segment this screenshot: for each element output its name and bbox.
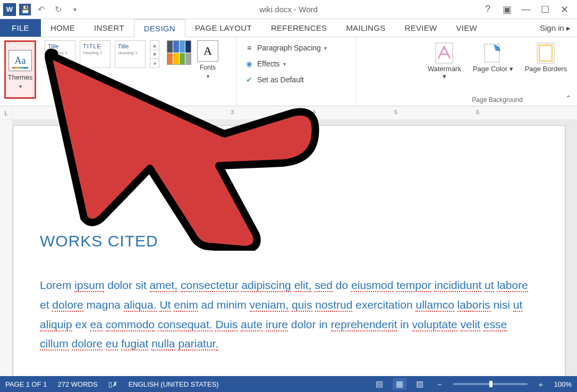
help-button[interactable]: ? [480,2,495,17]
quick-access-toolbar: W 💾 ↶ ↻ ▾ [0,3,82,16]
paragraph-spacing-button[interactable]: ≡ Paragraph Spacing ▾ [241,41,352,54]
window-title: wiki.docx - Word [259,5,318,14]
word-app-icon: W [3,3,16,16]
language-indicator[interactable]: ENGLISH (UNITED STATES) [129,380,219,388]
tab-home[interactable]: HOME [41,19,84,37]
zoom-level[interactable]: 100% [554,380,572,388]
gallery-up-icon[interactable]: ▲ [150,41,159,50]
spellcheck-indicator[interactable]: ▯✗ [108,380,118,388]
effects-button[interactable]: ◉ Effects ▾ [241,57,352,70]
document-heading[interactable]: WORKS CITED [40,232,538,250]
style-set-thumb[interactable]: TITLE Heading 1 [80,40,111,68]
page-color-icon [482,42,504,64]
page-indicator[interactable]: PAGE 1 OF 1 [5,380,47,388]
checkmark-icon: ✔ [244,75,254,84]
set-as-default-button[interactable]: ✔ Set as Default [241,73,352,86]
watermark-button[interactable]: Watermark▾ [426,40,463,83]
word-count[interactable]: 272 WORDS [58,380,98,388]
themes-dropdown-caret: ▾ [19,83,22,89]
style-set-thumb[interactable]: Title Heading 1 [115,40,146,68]
themes-button[interactable]: Aa Themes ▾ [4,40,36,99]
tab-insert[interactable]: INSERT [84,19,134,37]
dropdown-caret-icon: ▾ [324,45,327,51]
document-page[interactable]: WORKS CITED Lorem ipsum dolor sit amet, … [13,125,565,376]
tab-mailings[interactable]: MAILINGS [336,19,395,37]
page-background-group-label: Page Background [422,95,573,104]
qat-customize-button[interactable]: ▾ [68,3,82,16]
colors-button[interactable] [167,40,191,65]
tab-page-layout[interactable]: PAGE LAYOUT [185,19,261,37]
ribbon-display-options-button[interactable]: ▣ [499,2,514,17]
undo-button[interactable]: ↶ [34,3,48,16]
page-color-button[interactable]: Page Color ▾ [471,40,515,75]
sign-in-link[interactable]: Sign in ▸ [533,19,577,37]
zoom-out-button[interactable]: − [433,378,447,390]
gallery-more-icon[interactable]: ▾ [150,59,159,67]
dropdown-caret-icon: ▾ [283,61,286,67]
horizontal-ruler[interactable]: L 3 4 5 6 [0,106,577,120]
zoom-slider[interactable] [453,383,528,385]
fonts-icon: A [197,40,218,62]
tab-selector[interactable]: L [0,106,13,120]
gallery-down-icon[interactable]: ▼ [150,50,159,59]
save-button[interactable]: 💾 [19,4,31,15]
fonts-button[interactable]: A Fonts ▾ [196,40,220,79]
status-bar: PAGE 1 OF 1 272 WORDS ▯✗ ENGLISH (UNITED… [0,376,577,392]
style-set-thumb[interactable]: Title Heading 1 [45,40,75,68]
tab-review[interactable]: REVIEW [395,19,447,37]
zoom-in-button[interactable]: + [534,378,548,390]
themes-label: Themes [8,73,33,81]
web-layout-button[interactable]: ▨ [413,378,427,390]
proof-icon: ▯✗ [108,380,118,388]
title-bar: W 💾 ↶ ↻ ▾ wiki.docx - Word ? ▣ — ☐ ✕ [0,0,577,19]
redo-button[interactable]: ↻ [51,3,65,16]
ribbon: Aa Themes ▾ Title Heading 1 TITLE Headin… [0,37,577,106]
tab-file[interactable]: FILE [0,19,41,37]
paragraph-spacing-icon: ≡ [244,43,254,53]
effects-icon: ◉ [244,59,254,69]
tab-view[interactable]: VIEW [447,19,487,37]
watermark-icon [434,42,455,64]
print-layout-button[interactable]: ▦ [393,378,406,390]
ribbon-tabs: FILE HOME INSERT DESIGN PAGE LAYOUT REFE… [0,19,577,37]
document-workspace: WORKS CITED Lorem ipsum dolor sit amet, … [0,120,577,376]
tab-references[interactable]: REFERENCES [261,19,337,37]
close-button[interactable]: ✕ [557,2,572,17]
collapse-ribbon-button[interactable]: ⌃ [565,94,572,103]
read-mode-button[interactable]: ▤ [372,378,386,390]
page-borders-icon [535,42,556,64]
tab-design[interactable]: DESIGN [134,19,185,37]
minimize-button[interactable]: — [519,2,533,17]
document-body-text[interactable]: Lorem ipsum dolor sit amet, consectetur … [40,276,538,354]
themes-icon: Aa [9,50,32,71]
maximize-button[interactable]: ☐ [538,2,553,17]
style-gallery-spinner[interactable]: ▲ ▼ ▾ [150,40,159,68]
page-borders-button[interactable]: Page Borders [523,40,570,75]
vertical-ruler[interactable] [0,120,13,376]
